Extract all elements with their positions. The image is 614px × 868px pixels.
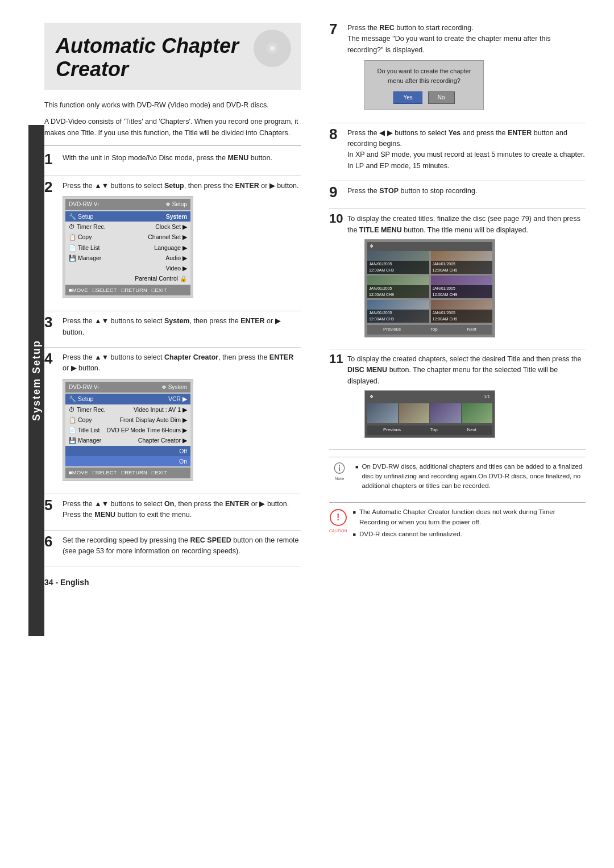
chapter-grid [367,403,492,423]
chapter-cell-1 [367,403,398,423]
dialog-no-btn[interactable]: No [428,91,455,104]
step-10-content: To display the created titles, finalize … [347,214,586,340]
step-7: 7 Press the REC button to start recordin… [329,23,586,118]
svg-point-2 [270,46,275,51]
disc-icon [252,28,292,68]
dialog-message: Do you want to create the chapter menu a… [371,66,478,86]
divider-9 [329,208,586,209]
step-6: 6 Set the recording speed by pressing th… [44,535,301,562]
title-grid: JAN/01/200512:00AM CH9 JAN/01/200512:00A… [367,251,492,323]
step-7-content: Press the REC button to start recording.… [347,23,586,114]
title-cell-1: JAN/01/200512:00AM CH9 [367,251,429,274]
step-7-number: 7 [329,22,347,36]
step-2-content: Press the ▲▼ buttons to select Setup, th… [63,181,301,302]
menu2-row-manager: 💾 Manager Chapter Creator ▶ [65,435,190,445]
title-section: Automatic Chapter Creator [44,23,301,90]
step-2: 2 Press the ▲▼ buttons to select Setup, … [44,181,301,306]
step-3: 3 Press the ▲▼ buttons to select System,… [44,316,301,343]
dialog-buttons: Yes No [371,91,478,104]
sidebar-tab: System Setup [28,125,44,636]
step-8: 8 Press the ◀ ▶ buttons to select Yes an… [329,128,586,177]
step-5-number: 5 [44,498,63,512]
step-10: 10 To display the created titles, finali… [329,214,586,344]
menu-row-parental: Parental Control 🔒 [65,273,190,283]
menu-row-manager: 💾 Manager Audio ▶ [65,253,190,263]
step-1: 1 With the unit in Stop mode/No Disc mod… [44,153,301,171]
divider-intro [44,145,301,146]
step-8-number: 8 [329,127,347,141]
step-8-content: Press the ◀ ▶ buttons to select Yes and … [347,128,586,172]
divider-4 [44,494,301,494]
menu2-row-timer: ⏱ Timer Rec. Video Input : AV 1 ▶ [65,404,190,415]
title-cell-2: JAN/01/200512:00AM CH9 [431,251,493,274]
divider-11 [329,449,586,450]
step-9-number: 9 [329,185,347,199]
note-bullet-1: On DVD-RW discs, additional chapters and… [355,462,586,491]
intro-line2: A DVD-Video consists of 'Titles' and 'Ch… [44,116,301,139]
chapter-menu-screenshot: ❖ 1/1 Previous Top Next [364,390,495,438]
divider-5 [44,530,301,531]
divider-3 [44,347,301,348]
divider-6 [44,566,301,566]
menu2-header-left: DVD-RW Vi [69,383,98,392]
step-1-number: 1 [44,152,63,166]
step-6-content: Set the recording speed by pressing the … [63,535,301,557]
step-1-content: With the unit in Stop mode/No Disc mode,… [63,153,301,164]
menu1-header-left: DVD-RW Vi [69,200,98,209]
divider-1 [44,176,301,176]
title-menu-screenshot: ❖ JAN/01/200512:00AM CH9 JAN/01/200512:0… [364,239,495,337]
caution-icon: ! [330,509,347,526]
step-5-content: Press the ▲▼ buttons to select On, then … [63,499,301,521]
divider-10 [329,349,586,349]
dialog-screenshot: Do you want to create the chapter menu a… [364,60,484,110]
step-4-content: Press the ▲▼ buttons to select Chapter C… [63,352,301,485]
step-9-content: Press the STOP button to stop recording. [347,186,586,197]
step-4-number: 4 [44,351,63,366]
step-4: 4 Press the ▲▼ buttons to select Chapter… [44,352,301,489]
step-2-number: 2 [44,180,63,194]
menu2-row-on: On [65,456,190,466]
chapter-cell-2 [399,403,430,423]
title-cell-5: JAN/01/200512:00AM CH9 [367,300,429,323]
sidebar-label: System Setup [31,340,43,421]
title-menu-diamond: ❖ [370,243,374,250]
title-cell-4: JAN/01/200512:00AM CH9 [431,276,493,298]
caution-bullet-1: The Automatic Chapter Creator function d… [353,507,586,527]
step-3-number: 3 [44,315,63,329]
dialog-yes-btn[interactable]: Yes [393,91,422,104]
menu-row-timerrec: ⏱ Timer Rec. Clock Set ▶ [65,222,190,232]
intro-line1: This function only works with DVD-RW (Vi… [44,100,301,111]
title-cell-3: JAN/01/200512:00AM CH9 [367,276,429,298]
page-container: System Setup Automatic Chapter Creator [28,23,586,636]
page-number: 34 - English [44,578,301,587]
menu-row-titlelist: 📄 Title List Language ▶ [65,243,190,253]
caution-box: ! CAUTION The Automatic Chapter Creator … [329,502,586,546]
menu2-row-off: Off [65,446,190,456]
step-11-content: To display the created chapters, select … [347,354,586,440]
chapter-header: ❖ 1/1 [367,393,492,401]
step-11: 11 To display the created chapters, sele… [329,354,586,445]
divider-8 [329,181,586,181]
menu2-row-copy: 📋 Copy Front Display Auto Dim ▶ [65,415,190,425]
menu-screenshot-1: DVD-RW Vi ❖ Setup 🔧 Setup System ⏱ Timer… [63,196,193,298]
menu2-row-titlelist: 📄 Title List DVD EP Mode Time 6Hours ▶ [65,425,190,435]
step-3-content: Press the ▲▼ buttons to select System, t… [63,316,301,338]
menu-screenshot-2: DVD-RW Vi ❖ System 🔧 Setup VCR ▶ ⏱ Timer… [63,379,193,481]
note-icon: Note [329,462,350,482]
chapter-cell-3 [430,403,461,423]
menu-footer-2: ■MOVE □SELECT □RETURN □EXIT [65,468,190,478]
note-label: Note [335,475,345,482]
menu-row-setup: 🔧 Setup System [65,211,190,222]
divider-7 [329,123,586,123]
chapter-cell-4 [462,403,493,423]
step-6-number: 6 [44,534,63,549]
title-menu-footer: Previous Top Next [367,325,492,334]
step-11-number: 11 [329,353,347,365]
menu-footer-1: ■MOVE □SELECT □RETURN □EXIT [65,285,190,296]
menu-row-copy: 📋 Copy Channel Set ▶ [65,232,190,242]
chapter-menu-footer: Previous Top Next [367,425,492,435]
caution-label: CAUTION [329,528,347,535]
caution-text: The Automatic Chapter Creator function d… [353,507,586,541]
divider-2 [44,311,301,311]
menu1-header-right: ❖ Setup [165,200,187,209]
